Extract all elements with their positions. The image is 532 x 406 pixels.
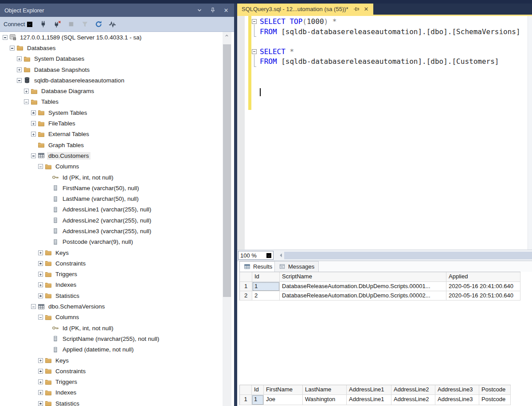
tree-item[interactable]: Constraints [0, 366, 222, 376]
grid-row-header[interactable]: 1 [240, 282, 252, 291]
code-line[interactable]: SELECT * [251, 47, 528, 57]
expand-icon[interactable] [31, 110, 36, 115]
grid-cell[interactable]: AddressLine2 [391, 395, 435, 405]
collapse-icon[interactable] [17, 78, 22, 83]
stop-icon[interactable] [66, 20, 76, 29]
tree-item[interactable]: Tables [0, 97, 222, 107]
expand-icon[interactable] [38, 272, 43, 277]
tree-item[interactable]: Columns [0, 312, 222, 323]
expand-icon[interactable] [38, 390, 43, 395]
grid-corner-cell[interactable] [240, 385, 252, 395]
expand-icon[interactable] [31, 132, 36, 137]
zoom-dropdown[interactable]: 100 % [238, 251, 274, 260]
code-line[interactable] [251, 37, 528, 47]
grid-column-header[interactable]: FirstName [264, 385, 303, 395]
window-position-chevron-icon[interactable] [196, 7, 203, 14]
grid-column-header[interactable]: AddressLine3 [435, 385, 479, 395]
collapse-icon[interactable] [3, 35, 8, 40]
tree-item[interactable]: AddressLine2 (varchar(255), null) [0, 215, 222, 226]
grid-corner-cell[interactable] [240, 272, 252, 282]
grid-column-header[interactable]: AddressLine2 [391, 385, 435, 395]
disconnect-plug-icon[interactable] [52, 20, 62, 29]
grid-cell[interactable]: AddressLine1 [347, 395, 391, 405]
editor-horizontal-scrollbar[interactable] [284, 252, 532, 259]
tree-item[interactable]: ScriptName (nvarchar(255), not null) [0, 333, 222, 344]
tree-item[interactable]: LastName (varchar(50), null) [0, 193, 222, 204]
expand-icon[interactable] [38, 358, 43, 363]
tree-item[interactable]: Id (PK, int, not null) [0, 323, 222, 333]
scroll-left-icon[interactable] [278, 252, 284, 258]
code-line[interactable] [251, 77, 528, 87]
grid-cell[interactable]: 2020-05-16 20:41:00.640 [446, 282, 520, 291]
tree-item[interactable]: External Tables [0, 129, 222, 140]
tree-item[interactable]: FileTables [0, 118, 222, 129]
code-line[interactable]: FROM [sqldb-databasereleaseautomation].[… [251, 57, 528, 67]
document-tab[interactable]: SQLQuery3.sql - 12...utomation (sa (55))… [237, 4, 373, 15]
tree-item[interactable]: AddressLine1 (varchar(255), null) [0, 204, 222, 215]
code-line[interactable] [251, 87, 528, 97]
collapse-icon[interactable] [38, 164, 43, 169]
grid-column-header[interactable]: LastName [303, 385, 347, 395]
tree-item[interactable]: Keys [0, 355, 222, 366]
collapse-icon[interactable] [10, 46, 15, 51]
grid-column-header[interactable]: Postcode [479, 385, 511, 395]
grid-column-header[interactable]: Id [252, 385, 264, 395]
tree-item[interactable]: Id (PK, int, not null) [0, 172, 222, 183]
tree-item[interactable]: Databases [0, 43, 222, 53]
tree-item[interactable]: Database Diagrams [0, 86, 222, 96]
close-icon[interactable]: ✕ [223, 7, 230, 14]
grid-cell[interactable]: Washington [303, 395, 347, 405]
scrollbar-thumb[interactable] [223, 44, 231, 297]
tab-results[interactable]: Results [239, 261, 277, 272]
grid-column-header[interactable]: AddressLine1 [347, 385, 391, 395]
grid-row-header[interactable]: 2 [240, 291, 252, 301]
expand-icon[interactable] [38, 369, 43, 374]
tree-item[interactable]: System Tables [0, 107, 222, 118]
collapse-icon[interactable] [24, 99, 29, 104]
expand-icon[interactable] [24, 89, 29, 94]
tree-item[interactable]: Graph Tables [0, 140, 222, 150]
tree-item[interactable]: Keys [0, 247, 222, 258]
tab-messages[interactable]: Messages [274, 261, 319, 272]
tree-item[interactable]: Columns [0, 161, 222, 172]
expand-icon[interactable] [38, 401, 43, 406]
grid-column-header[interactable]: Id [252, 272, 280, 282]
code-line[interactable]: FROM [sqldb-databasereleaseautomation].[… [251, 27, 528, 37]
expand-icon[interactable] [38, 379, 43, 384]
tree-item[interactable]: dbo.Customers [0, 150, 222, 161]
grid-cell[interactable]: DatabaseReleaseAutomation.DbUpDemo.Scrip… [280, 291, 446, 301]
filter-icon[interactable] [80, 20, 90, 29]
tree-item[interactable]: Statistics [0, 290, 222, 301]
collapse-icon[interactable] [38, 315, 43, 320]
grid-column-header[interactable]: ScriptName [280, 272, 446, 282]
expand-icon[interactable] [38, 261, 43, 266]
tree-item[interactable]: Indexes [0, 280, 222, 290]
tree-item[interactable]: System Databases [0, 54, 222, 64]
tree-item[interactable]: Database Snapshots [0, 64, 222, 75]
tab-close-icon[interactable]: ✕ [364, 6, 369, 12]
fold-collapse-icon[interactable] [252, 19, 257, 24]
scroll-up-icon[interactable] [224, 35, 229, 39]
grid-column-header[interactable]: Applied [446, 272, 520, 282]
tree-item[interactable]: FirstName (varchar(50), null) [0, 183, 222, 193]
code-line[interactable]: SELECT TOP(1000) * [251, 17, 528, 27]
expand-icon[interactable] [38, 282, 43, 287]
grid-row-header[interactable]: 1 [240, 395, 252, 405]
editor-vertical-scrollbar[interactable] [528, 16, 532, 250]
object-explorer-scrollbar[interactable] [223, 32, 231, 406]
collapse-icon[interactable] [31, 153, 36, 158]
tab-pin-icon[interactable] [353, 6, 360, 12]
expand-icon[interactable] [38, 250, 43, 255]
code-area[interactable]: SELECT TOP(1000) *FROM [sqldb-databasere… [251, 17, 528, 97]
expand-icon[interactable] [17, 56, 22, 61]
connect-button[interactable]: Connect [4, 21, 32, 27]
grid-cell-selected[interactable]: 1 [252, 282, 280, 291]
expand-icon[interactable] [17, 67, 22, 72]
activity-monitor-icon[interactable] [107, 20, 117, 29]
panel-splitter[interactable] [234, 4, 237, 406]
connect-plug-icon[interactable] [39, 20, 48, 29]
collapse-icon[interactable] [31, 304, 36, 309]
grid-cell-selected[interactable]: 1 [252, 395, 264, 405]
code-line[interactable] [251, 67, 528, 77]
pin-icon[interactable] [209, 7, 216, 14]
